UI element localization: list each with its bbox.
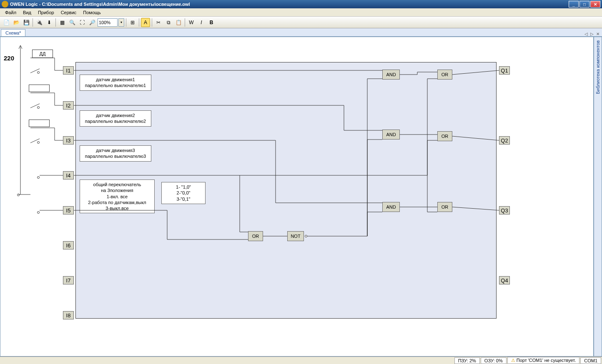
note4-l1: общий переключатель (93, 182, 141, 187)
port-q2[interactable]: Q2 (499, 136, 510, 145)
menu-help[interactable]: Помощь (80, 9, 104, 16)
menu-service[interactable]: Сервис (58, 9, 80, 16)
open-icon[interactable]: 📂 (12, 18, 21, 27)
port-i8[interactable]: I8 (63, 311, 74, 319)
note1-line2: параллельно выключателю1 (85, 83, 146, 88)
grid2-icon[interactable]: ⊞ (128, 18, 137, 27)
note3-line2: параллельно выключателю3 (85, 154, 146, 159)
separator (152, 18, 152, 27)
gate-and2[interactable]: AND (382, 130, 400, 140)
bold-icon[interactable]: B (207, 18, 216, 27)
terminal-circle (17, 194, 20, 196)
side-panel[interactable]: Библиотека компонентов (594, 37, 602, 357)
zoom-in-icon[interactable]: 🔎 (88, 18, 97, 27)
terminal-circle (37, 141, 40, 144)
port-i5[interactable]: I5 (63, 206, 74, 214)
cut-icon[interactable]: ✂ (154, 18, 163, 27)
device-icon[interactable]: 🔌 (35, 18, 44, 27)
note5-l2: 2-"0,0" (177, 190, 191, 195)
maximize-button[interactable]: □ (579, 1, 589, 7)
status-bar: ПЗУ: 2% ОЗУ: 0% Порт 'COM1' не существуе… (0, 357, 602, 364)
port-q4[interactable]: Q4 (499, 276, 510, 284)
port-i4[interactable]: I4 (63, 171, 74, 180)
note-sensor3: датчик движения3 параллельно выключателю… (80, 145, 151, 162)
menu-view[interactable]: Вид (20, 9, 35, 16)
note2-line2: параллельно выключателю2 (85, 119, 146, 124)
port-i6[interactable]: I6 (63, 241, 74, 249)
note3-line1: датчик движения3 (96, 148, 135, 153)
terminal-circle (37, 106, 40, 109)
gate-or1[interactable]: OR (437, 70, 452, 80)
toolbar: 📄 📂 💾 🔌 ⬇ ▦ 🔍 ⛶ 🔎 100% ▾ ⊞ A ✂ ⧉ 📋 W I B (0, 17, 602, 28)
tab-close-icon[interactable]: ✕ (595, 32, 600, 36)
window-controls: _ □ ✕ (569, 1, 600, 7)
port-i3[interactable]: I3 (63, 136, 74, 145)
tab-row: Схема* ◁ ▷ ✕ (0, 28, 602, 37)
terminal-circle (37, 71, 40, 74)
zoom-dropdown[interactable]: ▾ (118, 18, 124, 27)
note4-l2: на 3положения (101, 188, 133, 193)
fit-icon[interactable]: ⛶ (78, 18, 87, 27)
terminal-circle (37, 211, 40, 214)
italic-icon[interactable]: I (197, 18, 206, 27)
port-i2[interactable]: I2 (63, 101, 74, 110)
window-title: OWEN Logic - C:\Documents and Settings\A… (10, 2, 190, 7)
status-warning: Порт 'COM1' не существует. (507, 357, 580, 364)
side-panel-label[interactable]: Библиотека компонентов (595, 37, 600, 97)
separator (55, 18, 56, 27)
new-icon[interactable]: 📄 (2, 18, 11, 27)
gate-or3[interactable]: OR (437, 202, 452, 212)
zoom-value[interactable]: 100% (98, 18, 118, 27)
note-sensor1: датчик движения1 параллельно выключателю… (80, 75, 151, 91)
title-bar: OWEN Logic - C:\Documents and Settings\A… (0, 0, 602, 8)
note4-l4: 2-работа по датчикам,выкл (88, 200, 146, 205)
port-q3[interactable]: Q3 (499, 206, 510, 214)
label-220: 220 (4, 55, 14, 62)
tab-next-icon[interactable]: ▷ (589, 32, 594, 36)
text-tool-icon[interactable]: A (141, 18, 150, 27)
port-i1[interactable]: I1 (63, 66, 74, 75)
app-icon (2, 1, 8, 7)
menu-bar: Файл Вид Прибор Сервис Помощь (0, 8, 602, 17)
main-canvas-area: 220 ДД I1 I2 I3 I4 I5 I6 I7 I8 Q1 Q2 Q3 … (0, 37, 594, 357)
gate-or2[interactable]: OR (437, 131, 452, 141)
menu-file[interactable]: Файл (2, 9, 20, 16)
separator (185, 18, 185, 27)
tab-controls: ◁ ▷ ✕ (584, 32, 602, 36)
separator (139, 18, 139, 27)
note-sensor2: датчик движения2 параллельно выключателю… (80, 110, 151, 127)
gate-not[interactable]: NOT (287, 231, 304, 241)
status-ozu: ОЗУ: 0% (481, 357, 507, 364)
status-com: COM1 (580, 357, 601, 364)
word-icon[interactable]: W (187, 18, 196, 27)
canvas[interactable]: 220 ДД I1 I2 I3 I4 I5 I6 I7 I8 Q1 Q2 Q3 … (0, 37, 593, 356)
port-i7[interactable]: I7 (63, 276, 74, 284)
download-icon[interactable]: ⬇ (45, 18, 54, 27)
tab-prev-icon[interactable]: ◁ (584, 32, 589, 36)
gate-and3[interactable]: AND (382, 202, 400, 212)
note5-l1: 1- "1,0" (176, 184, 191, 189)
close-button[interactable]: ✕ (590, 1, 600, 7)
minimize-button[interactable]: _ (569, 1, 579, 7)
switch-block (29, 120, 50, 127)
dd-block[interactable]: ДД (32, 50, 53, 58)
menu-device[interactable]: Прибор (35, 9, 58, 16)
port-q1[interactable]: Q1 (499, 66, 510, 75)
gate-or-bottom[interactable]: OR (248, 231, 263, 241)
note-switch: общий переключатель на 3положения 1-вкл.… (80, 180, 155, 213)
note4-l3: 1-вкл. все (107, 194, 128, 199)
grid-icon[interactable]: ▦ (58, 18, 67, 27)
note2-line1: датчик движения2 (96, 113, 135, 118)
note4-l5: 3-выкл.все (105, 206, 128, 211)
separator (33, 18, 33, 27)
gate-and1[interactable]: AND (382, 70, 400, 80)
save-icon[interactable]: 💾 (22, 18, 31, 27)
copy-icon[interactable]: ⧉ (164, 18, 173, 27)
note-codes: 1- "1,0" 2-"0,0" 3-"0,1" (161, 182, 206, 204)
zoom-out-icon[interactable]: 🔍 (68, 18, 77, 27)
paste-icon[interactable]: 📋 (174, 18, 183, 27)
not-bubble (305, 235, 307, 237)
note5-l3: 3-"0,1" (177, 197, 191, 202)
note1-line1: датчик движения1 (96, 77, 135, 82)
tab-schema[interactable]: Схема* (1, 29, 25, 36)
